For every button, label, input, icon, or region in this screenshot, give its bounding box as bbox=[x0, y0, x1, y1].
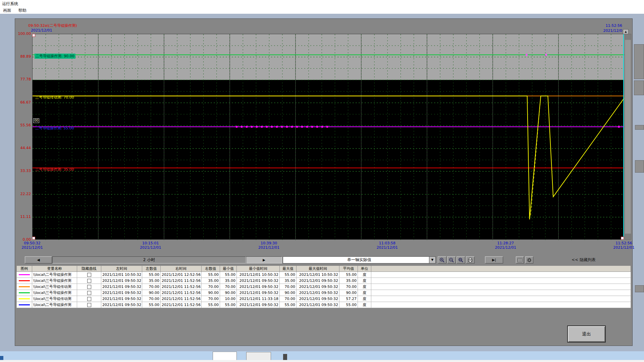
print-button[interactable] bbox=[466, 256, 475, 263]
table-row: \\local\三号导辊操作测2021/12/01 09:50:3290.002… bbox=[17, 290, 631, 296]
window-artifact bbox=[634, 44, 644, 79]
zoom-in-button[interactable] bbox=[438, 256, 446, 263]
max-time-cell: 2021/12/01 10:50:32 bbox=[297, 272, 339, 278]
right-value-cell: 55.00 bbox=[202, 302, 220, 308]
curve-data-table: 图例变量名称隐藏曲线左时间左数值右时间右数值最小值最小值时间最大值最大值时间平均… bbox=[16, 265, 631, 308]
chart-end-time-label: 11:52:56 2021/12/0 bbox=[558, 23, 622, 33]
column-header: 最大值 bbox=[280, 266, 297, 272]
zoom-out-button[interactable] bbox=[447, 256, 456, 263]
hide-curve-checkbox[interactable] bbox=[87, 291, 91, 295]
hide-curve-checkbox[interactable] bbox=[87, 273, 91, 277]
x-axis-label: 11:28:272021/12/01 bbox=[487, 241, 524, 250]
time-span-box[interactable]: 2 小时 bbox=[52, 256, 246, 263]
left-value-cell: 70.00 bbox=[142, 296, 161, 302]
data-grid-button[interactable] bbox=[516, 256, 524, 263]
filler-cell bbox=[371, 296, 631, 302]
y-axis-label: 33.33 bbox=[15, 169, 31, 173]
settings-button[interactable] bbox=[525, 256, 533, 263]
max-value-cell: 35.00 bbox=[280, 278, 297, 284]
max-value-cell: 70.00 bbox=[280, 296, 297, 302]
right-arrow-icon: ▶ bbox=[263, 258, 265, 262]
legend-cell bbox=[17, 272, 32, 278]
max-time-cell: 2021/12/01 09:50:32 bbox=[297, 296, 339, 302]
avg-value-cell: 57.27 bbox=[339, 296, 358, 302]
curve-label: 三号导辊传动测: 70.00 bbox=[35, 95, 74, 100]
menu-item-help[interactable]: 帮助 bbox=[15, 7, 30, 14]
column-header: 右数值 bbox=[202, 266, 220, 272]
table-row: \\local\三号导辊传动测2021/12/01 09:50:3270.002… bbox=[17, 296, 631, 302]
scroll-up-icon[interactable]: ▲ bbox=[623, 29, 629, 34]
hide-curve-cell bbox=[77, 272, 101, 278]
right-value-cell: 35.00 bbox=[202, 278, 220, 284]
scroll-left-button[interactable]: ◀ bbox=[25, 256, 52, 263]
scroll-strip-top-box[interactable] bbox=[625, 34, 631, 40]
min-value-cell: 90.00 bbox=[220, 290, 237, 296]
min-time-cell: 2021/12/01 09:50:32 bbox=[237, 284, 280, 290]
variable-name-cell: \\local\三号导辊操作测 bbox=[32, 278, 77, 284]
column-header: 左数值 bbox=[142, 266, 161, 272]
column-header: 最小值时间 bbox=[237, 266, 280, 272]
right-time-cell: 2021/12/01 11:52:56 bbox=[161, 278, 202, 284]
zoom-window-icon bbox=[458, 257, 464, 263]
min-value-cell: 70.00 bbox=[220, 284, 237, 290]
hide-curve-checkbox[interactable] bbox=[87, 285, 91, 289]
hide-curve-checkbox[interactable] bbox=[87, 297, 91, 301]
min-value-cell: 10.00 bbox=[220, 296, 237, 302]
chart-start-date-label: 2021/12/01 bbox=[31, 28, 52, 33]
filler-cell bbox=[371, 290, 631, 296]
plot-corner-marker bbox=[621, 237, 624, 240]
left-time-cell: 2021/12/01 09:50:32 bbox=[101, 302, 142, 308]
min-time-cell: 2021/12/01 09:50:32 bbox=[237, 302, 280, 308]
variable-name-cell: \\local\二号导辊操作测 bbox=[32, 302, 77, 308]
window-artifact bbox=[634, 80, 644, 95]
exit-button[interactable]: 退出 bbox=[567, 325, 606, 343]
window-artifact bbox=[635, 160, 644, 173]
avg-value-cell: 55.00 bbox=[339, 302, 358, 308]
max-value-cell: 55.00 bbox=[280, 272, 297, 278]
scroll-strip-bottom-box[interactable] bbox=[625, 234, 631, 239]
plot-corner-marker bbox=[32, 237, 35, 240]
filler-cell bbox=[371, 284, 631, 290]
table-row: \\local\二号导辊操作测2021/12/01 09:50:3255.002… bbox=[17, 302, 631, 308]
right-value-cell: 55.00 bbox=[202, 272, 220, 278]
legend-swatch bbox=[19, 286, 30, 287]
max-time-cell: 2021/12/01 09:50:32 bbox=[297, 284, 339, 290]
variable-name-cell: \\local\二号导辊操作测 bbox=[32, 272, 77, 278]
min-value-cell: 55.00 bbox=[220, 272, 237, 278]
min-value-cell: 35.00 bbox=[220, 278, 237, 284]
table-row: \\local\三号导辊操作测2021/12/01 09:50:3235.002… bbox=[17, 278, 631, 284]
time-scrollbar[interactable]: ▶ bbox=[246, 256, 282, 263]
jump-to-end-button[interactable]: ▶| bbox=[485, 256, 503, 263]
legend-swatch bbox=[19, 280, 30, 281]
max-time-cell: 2021/12/01 09:50:32 bbox=[297, 302, 339, 308]
chart-end-date: 2021/12/0 bbox=[558, 28, 622, 33]
axis-mode-dropdown[interactable]: 单一轴实际值 ▼ bbox=[283, 256, 436, 263]
right-time-cell: 2021/12/01 11:52:56 bbox=[161, 302, 202, 308]
chevron-down-icon[interactable]: ▼ bbox=[429, 257, 435, 263]
y-axis-label: 11.11 bbox=[15, 215, 31, 219]
left-value-cell: 70.00 bbox=[142, 284, 161, 290]
window-artifact bbox=[635, 125, 644, 130]
max-time-cell: 2021/12/01 09:50:32 bbox=[297, 278, 339, 284]
chart-end-time: 11:52:56 bbox=[558, 23, 622, 28]
right-time-cell: 2021/12/01 12:52:56 bbox=[161, 272, 202, 278]
plot-right-scroll-strip[interactable] bbox=[625, 34, 631, 240]
max-value-cell: 70.00 bbox=[280, 284, 297, 290]
column-header: 单位 bbox=[358, 266, 371, 272]
left-time-cell: 2021/12/01 09:50:32 bbox=[101, 278, 142, 284]
hide-curve-checkbox[interactable] bbox=[87, 279, 91, 283]
legend-swatch bbox=[19, 298, 30, 299]
y-axis-label: 100.00 bbox=[15, 32, 31, 36]
variable-name-cell: \\local\三号导辊传动测 bbox=[32, 296, 77, 302]
legend-swatch bbox=[19, 292, 30, 293]
hide-list-button[interactable]: << 隐藏列表 bbox=[536, 256, 631, 263]
menu-item-screen[interactable]: 画面 bbox=[0, 7, 14, 14]
curve-label: 二号导辊操作测: 55.00 bbox=[35, 126, 74, 131]
hide-curve-checkbox[interactable] bbox=[87, 303, 91, 307]
zoom-window-button[interactable] bbox=[457, 256, 465, 263]
unit-cell: 度 bbox=[358, 290, 371, 296]
zoom-in-icon bbox=[439, 257, 445, 263]
trend-plot[interactable]: 00 二号导辊操作测: 90.00三号导辊传动测: 70.00二号导辊操作测: … bbox=[32, 34, 624, 240]
min-time-cell: 2021/12/01 09:50:32 bbox=[237, 290, 280, 296]
x-axis-label: 10:15:012021/12/01 bbox=[132, 241, 169, 250]
